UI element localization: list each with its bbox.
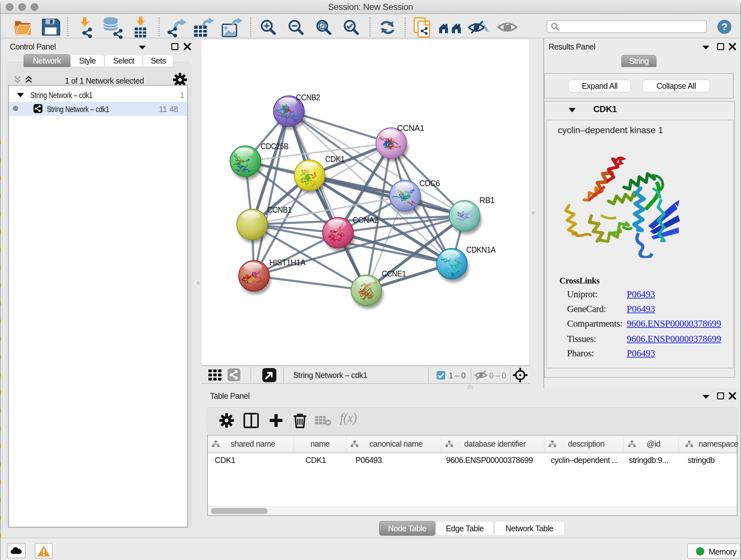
svg-text:CDKN1A: CDKN1A [466, 245, 496, 254]
svg-text:CDC6: CDC6 [419, 179, 440, 188]
svg-text:HIST1H1A: HIST1H1A [269, 258, 306, 267]
svg-text:CDK1: CDK1 [325, 154, 345, 164]
svg-text:CCNA1: CCNA1 [397, 124, 424, 132]
svg-text:CCNB2: CCNB2 [296, 93, 320, 102]
svg-text:CDC25B: CDC25B [261, 142, 288, 151]
svg-text:RB1: RB1 [479, 196, 495, 205]
svg-text:CCNB1: CCNB1 [267, 205, 292, 214]
svg-text:CCNE1: CCNE1 [382, 269, 406, 278]
svg-text:CCNA2: CCNA2 [353, 215, 378, 225]
